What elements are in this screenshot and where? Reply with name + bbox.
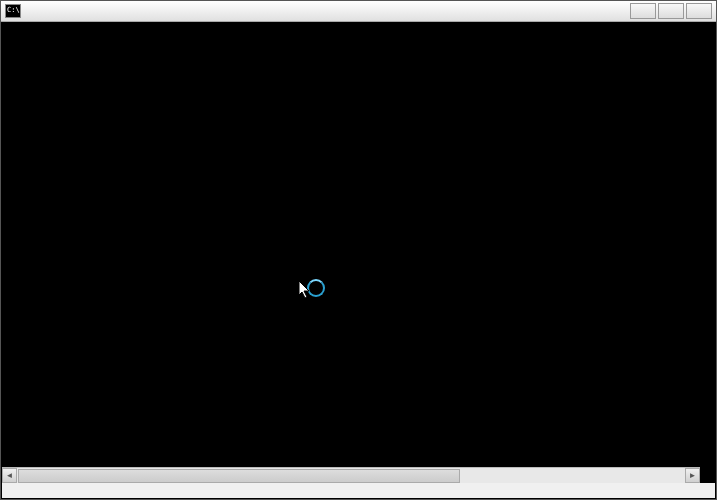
close-button[interactable] (686, 3, 712, 19)
cmd-window: ◄ ► (0, 0, 717, 500)
ime-input-bar[interactable] (2, 483, 715, 498)
horizontal-scrollbar[interactable]: ◄ ► (2, 467, 700, 483)
minimize-button[interactable] (630, 3, 656, 19)
titlebar[interactable] (1, 1, 716, 22)
scroll-right-arrow[interactable]: ► (685, 468, 700, 483)
scroll-left-arrow[interactable]: ◄ (2, 468, 17, 483)
maximize-button[interactable] (658, 3, 684, 19)
window-controls (630, 3, 712, 19)
scrollbar-thumb[interactable] (18, 469, 460, 483)
cmd-icon (5, 4, 21, 18)
terminal-output[interactable] (2, 22, 715, 483)
